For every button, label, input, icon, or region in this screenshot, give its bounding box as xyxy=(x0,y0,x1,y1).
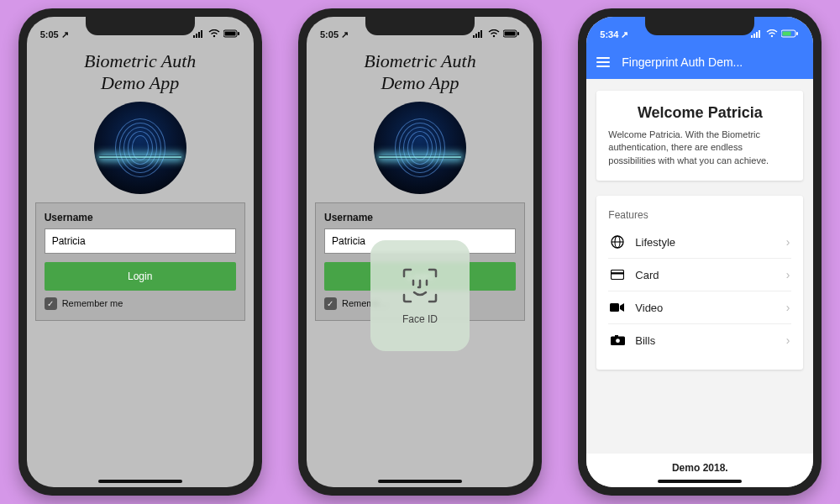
svg-rect-20 xyxy=(756,32,758,38)
chevron-right-icon: › xyxy=(786,268,790,281)
topbar: Fingerprint Auth Dem... xyxy=(586,45,813,79)
signal-icon xyxy=(193,29,205,39)
notch xyxy=(365,17,475,35)
home-indicator[interactable] xyxy=(658,480,742,483)
status-time: 5:05 ↗ xyxy=(40,29,69,40)
remember-me[interactable]: ✓ Remember me xyxy=(45,297,236,310)
time-label: 5:05 xyxy=(320,29,339,39)
time-label: 5:05 xyxy=(40,29,59,39)
svg-rect-18 xyxy=(751,35,753,38)
time-label: 5:34 xyxy=(600,29,618,39)
svg-rect-11 xyxy=(480,30,482,38)
location-arrow-icon: ↗ xyxy=(61,29,69,40)
status-icons xyxy=(473,29,520,39)
chevron-right-icon: › xyxy=(786,333,790,347)
dashboard-body: Welcome Patricia Welcome Patricia. With … xyxy=(586,79,813,454)
phone-dashboard: 5:34 ↗ Fingerprint Auth De xyxy=(578,8,822,496)
welcome-body: Welcome Patricia. With the Biometric aut… xyxy=(608,129,791,167)
notch xyxy=(86,17,195,35)
faceid-icon xyxy=(401,266,439,305)
svg-rect-9 xyxy=(475,34,477,38)
svg-rect-6 xyxy=(224,32,235,36)
home-indicator[interactable] xyxy=(98,480,182,483)
topbar-title: Fingerprint Auth Dem... xyxy=(622,55,803,69)
login-button[interactable]: Login xyxy=(45,262,236,291)
username-label: Username xyxy=(324,212,516,223)
fingerprint-graphic xyxy=(374,102,466,194)
battery-charging-icon xyxy=(781,29,800,39)
notch xyxy=(645,17,754,35)
title-line2: Demo App xyxy=(27,72,254,94)
feature-row-card[interactable]: Card › xyxy=(608,259,791,291)
svg-point-12 xyxy=(493,35,495,37)
svg-point-33 xyxy=(616,339,620,343)
svg-rect-24 xyxy=(783,32,791,36)
phone-faceid: 5:05 ↗ Biometric Auth Demo App xyxy=(298,8,542,496)
svg-rect-30 xyxy=(612,272,624,274)
welcome-title: Welcome Patricia xyxy=(608,104,791,122)
remember-checkbox[interactable]: ✓ xyxy=(45,297,57,310)
screen-dashboard: 5:34 ↗ Fingerprint Auth De xyxy=(586,17,813,487)
feature-label: Card xyxy=(635,269,775,281)
svg-rect-21 xyxy=(759,30,760,38)
card-icon xyxy=(610,270,625,280)
menu-icon[interactable] xyxy=(596,57,610,67)
svg-rect-15 xyxy=(517,32,519,35)
svg-rect-3 xyxy=(201,30,202,38)
home-indicator[interactable] xyxy=(378,480,462,483)
wifi-icon xyxy=(208,29,220,39)
title-line1: Biometric Auth xyxy=(307,50,533,72)
svg-rect-0 xyxy=(193,35,195,38)
username-label: Username xyxy=(45,212,236,223)
svg-rect-29 xyxy=(612,270,624,280)
svg-rect-10 xyxy=(478,32,480,38)
app-title: Biometric Auth Demo App xyxy=(307,50,533,95)
svg-rect-8 xyxy=(473,35,475,38)
title-line2: Demo App xyxy=(307,72,533,94)
globe-icon xyxy=(610,235,625,249)
signal-icon xyxy=(473,29,485,39)
feature-row-bills[interactable]: Bills › xyxy=(608,324,791,356)
svg-rect-19 xyxy=(753,34,755,38)
status-icons xyxy=(751,29,800,39)
screen-login: 5:05 ↗ Biometric Auth Demo App xyxy=(27,17,254,487)
feature-row-video[interactable]: Video › xyxy=(608,291,791,324)
wifi-icon xyxy=(488,29,500,39)
location-arrow-icon: ↗ xyxy=(621,29,628,40)
username-input[interactable] xyxy=(45,228,236,254)
status-time: 5:34 ↗ xyxy=(600,29,628,40)
svg-point-22 xyxy=(771,35,773,37)
svg-rect-25 xyxy=(796,32,798,35)
svg-rect-1 xyxy=(196,34,197,38)
feature-label: Lifestyle xyxy=(635,236,775,249)
status-icons xyxy=(193,29,240,39)
feature-row-lifestyle[interactable]: Lifestyle › xyxy=(608,226,791,259)
location-arrow-icon: ↗ xyxy=(341,29,349,40)
svg-rect-34 xyxy=(615,335,618,337)
video-icon xyxy=(610,302,625,312)
svg-rect-14 xyxy=(504,32,515,36)
camera-icon xyxy=(610,335,625,345)
feature-label: Bills xyxy=(635,334,775,347)
faceid-label: Face ID xyxy=(402,313,438,325)
login-form: Username Login ✓ Remember me xyxy=(35,202,245,321)
wifi-icon xyxy=(766,29,778,39)
signal-icon xyxy=(751,29,763,39)
features-card: Features Lifestyle › Card › xyxy=(596,196,803,370)
fingerprint-icon xyxy=(115,118,165,177)
fingerprint-graphic xyxy=(94,102,186,194)
scan-line xyxy=(379,155,461,159)
features-label: Features xyxy=(608,209,791,221)
app-title: Biometric Auth Demo App xyxy=(27,50,254,95)
chevron-right-icon: › xyxy=(786,235,790,249)
faceid-prompt[interactable]: Face ID xyxy=(370,240,470,351)
screen-faceid: 5:05 ↗ Biometric Auth Demo App xyxy=(307,17,533,487)
welcome-card: Welcome Patricia Welcome Patricia. With … xyxy=(596,91,803,181)
battery-icon xyxy=(223,29,240,39)
remember-label: Remember me xyxy=(62,298,123,308)
feature-label: Video xyxy=(635,302,775,314)
battery-icon xyxy=(503,29,520,39)
svg-rect-7 xyxy=(238,32,239,35)
remember-checkbox[interactable]: ✓ xyxy=(324,297,337,310)
fingerprint-icon xyxy=(395,118,445,177)
